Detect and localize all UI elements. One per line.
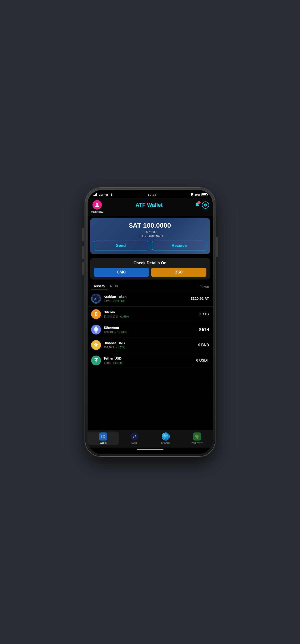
- tab-nfts[interactable]: NFTs: [107, 283, 121, 290]
- send-button[interactable]: Send: [94, 241, 148, 250]
- list-item[interactable]: AT Arabian Token 0.12 $ +109.58% 3120.92…: [88, 291, 213, 306]
- main-balance: $AT 100.0000: [94, 222, 206, 229]
- nav-webview[interactable]: 🌴 Web View: [181, 432, 213, 445]
- balance-actions: Send Receive: [94, 241, 206, 250]
- at-price-row: 0.12 $ +109.58%: [104, 299, 191, 303]
- eth-price: 1890.01 $: [104, 330, 115, 334]
- avatar[interactable]: [92, 200, 102, 210]
- check-details-buttons: CMC BSC: [94, 268, 206, 277]
- usdt-change: +0.01%: [113, 361, 122, 364]
- status-bar: Carrier 10:22 80%: [88, 190, 213, 198]
- at-info: Arabian Token 0.12 $ +109.58%: [104, 295, 191, 303]
- usdt-balance: 0 USDT: [196, 358, 209, 362]
- eth-change: +0.31%: [117, 330, 126, 334]
- list-item[interactable]: ₿ Bitcoin 27,848.17 $ +1.53% 0 BTC: [88, 306, 213, 322]
- nav-wallet-label: Wallet: [100, 442, 106, 444]
- btc-name: Bitcoin: [104, 310, 199, 314]
- list-item[interactable]: ₮ Tether USD 1.00 $ +0.01% 0 USDT: [88, 353, 213, 368]
- settings-button[interactable]: [202, 202, 209, 209]
- app-title: ATF Wallet: [136, 200, 163, 208]
- status-right: 80%: [191, 193, 207, 196]
- btc-price-row: 27,848.17 $ +1.53%: [104, 314, 199, 318]
- bnb-name: Binance BNB: [104, 341, 198, 345]
- eth-name: Ethereum: [104, 326, 199, 330]
- list-item[interactable]: Binance BNB 204.30 $ +1.52% 0 BNB: [88, 338, 213, 353]
- wifi-icon: [110, 193, 113, 196]
- bnb-price: 204.30 $: [104, 346, 114, 349]
- bnb-logo: [91, 340, 101, 350]
- at-balance: 3120.92 AT: [191, 297, 209, 301]
- btc-balance: ~ BTC 0.00189401: [94, 234, 206, 238]
- battery-percent: 80%: [194, 193, 200, 196]
- btc-balance: 0 BTC: [199, 312, 209, 316]
- time-display: 10:22: [148, 193, 156, 196]
- usdt-name: Tether USD: [104, 356, 196, 360]
- action-divider: [150, 242, 150, 250]
- phone-frame: Carrier 10:22 80%: [85, 188, 215, 456]
- bnb-price-row: 204.30 $ +1.52%: [104, 345, 198, 349]
- svg-point-2: [104, 436, 104, 437]
- browser-icon: [162, 432, 170, 440]
- username: Markroot32: [91, 210, 104, 213]
- usdt-price: 1.00 $: [104, 361, 111, 364]
- usdt-logo: ₮: [91, 356, 101, 366]
- nav-browser[interactable]: Browser: [150, 432, 181, 445]
- signal-icon: [93, 193, 97, 196]
- header-icons: 1: [195, 200, 209, 209]
- receive-button[interactable]: Receive: [152, 241, 206, 250]
- at-change: +109.58%: [113, 300, 125, 303]
- cmc-button[interactable]: CMC: [94, 268, 149, 277]
- phone-screen: Carrier 10:22 80%: [88, 190, 213, 454]
- usdt-info: Tether USD 1.00 $ +0.01%: [104, 356, 196, 365]
- eth-info: Ethereum 1890.01 $ +0.31%: [104, 326, 199, 334]
- btc-logo: ₿: [91, 309, 101, 319]
- nav-browser-label: Browser: [161, 442, 170, 444]
- bell-badge: 1: [198, 201, 201, 204]
- eth-price-row: 1890.01 $ +0.31%: [104, 330, 199, 334]
- bnb-info: Binance BNB 204.30 $ +1.52%: [104, 341, 198, 349]
- at-logo: AT: [91, 294, 101, 304]
- eth-logo: [91, 325, 101, 334]
- webview-icon: 🌴: [193, 432, 201, 440]
- asset-list: AT Arabian Token 0.12 $ +109.58% 3120.92…: [88, 291, 213, 430]
- eth-balance: 0 ETH: [199, 328, 209, 332]
- notification-bell[interactable]: 1: [195, 202, 200, 208]
- wallet-icon: [99, 432, 107, 440]
- app-content: Markroot32 ATF Wallet 1: [88, 198, 213, 454]
- usdt-price-row: 1.00 $ +0.01%: [104, 361, 196, 365]
- btc-info: Bitcoin 27,848.17 $ +1.53%: [104, 310, 199, 318]
- swap-icon: [130, 432, 138, 440]
- check-details-section: Check Details On CMC BSC: [90, 258, 210, 280]
- battery-icon: [202, 193, 207, 196]
- check-details-title: Check Details On: [94, 261, 206, 266]
- btc-change: +1.53%: [119, 315, 129, 318]
- home-bar: [137, 450, 164, 450]
- at-name: Arabian Token: [104, 295, 191, 298]
- location-icon: [191, 193, 193, 196]
- bottom-navigation: Wallet Swap: [88, 430, 213, 448]
- nav-swap[interactable]: Swap: [119, 432, 150, 445]
- bnb-change: +1.52%: [116, 346, 125, 349]
- nav-swap-label: Swap: [131, 442, 138, 444]
- nav-wallet[interactable]: Wallet: [88, 432, 119, 445]
- btc-price: 27,848.17 $: [104, 315, 118, 318]
- app-header: Markroot32 ATF Wallet 1: [88, 198, 213, 216]
- header-left: Markroot32: [91, 200, 104, 213]
- bnb-balance: 0 BNB: [198, 343, 209, 347]
- home-indicator: [88, 448, 213, 454]
- svg-text:AT: AT: [94, 298, 98, 300]
- at-price: 0.12 $: [104, 300, 111, 303]
- tab-add-token[interactable]: + Token: [197, 285, 209, 288]
- tab-assets[interactable]: Assets: [91, 283, 107, 290]
- usd-balance: ~ $ 50.00: [94, 230, 206, 234]
- status-left: Carrier: [93, 193, 113, 196]
- balance-card: $AT 100.0000 ~ $ 50.00 ~ BTC 0.00189401 …: [90, 218, 210, 254]
- carrier-label: Carrier: [99, 193, 108, 196]
- nav-webview-label: Web View: [191, 442, 202, 444]
- assets-tabs: Assets NFTs + Token: [88, 281, 213, 291]
- bsc-button[interactable]: BSC: [151, 268, 206, 277]
- list-item[interactable]: Ethereum 1890.01 $ +0.31% 0 ETH: [88, 322, 213, 338]
